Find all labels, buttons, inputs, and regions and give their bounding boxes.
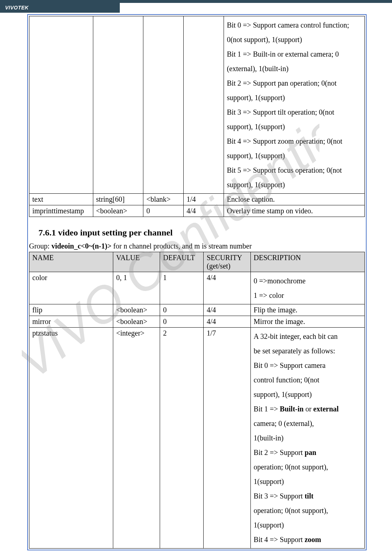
cell-security bbox=[184, 16, 224, 194]
table-row: Bit 0 => Support camera control function… bbox=[29, 16, 365, 194]
cell-description: 0 =>monochrome1 => color bbox=[250, 272, 364, 304]
header-security: SECURITY(get/set) bbox=[204, 252, 250, 272]
cell-name bbox=[29, 16, 93, 194]
cell-value: <integer> bbox=[113, 328, 160, 549]
cell-value: <boolean> bbox=[93, 205, 143, 217]
table-row: mirror <boolean> 0 4/4 Mirror the image. bbox=[29, 316, 365, 328]
cell-security: 4/4 bbox=[204, 304, 250, 316]
cell-name: flip bbox=[29, 304, 113, 316]
cell-value: <boolean> bbox=[113, 304, 160, 316]
cell-default bbox=[143, 16, 184, 194]
table-1: Bit 0 => Support camera control function… bbox=[29, 16, 365, 217]
cell-value: <boolean> bbox=[113, 316, 160, 328]
cell-default: 2 bbox=[160, 328, 204, 549]
group-prefix: Group: bbox=[29, 242, 52, 250]
cell-description: Mirror the image. bbox=[250, 316, 364, 328]
cell-default: 1 bbox=[160, 272, 204, 304]
cell-description: Overlay time stamp on video. bbox=[224, 205, 364, 217]
cell-name: ptzstatus bbox=[29, 328, 113, 549]
table-row: text string[60] <blank> 1/4 Enclose capt… bbox=[29, 194, 365, 205]
cell-default: 0 bbox=[143, 205, 184, 217]
cell-security: 4/4 bbox=[204, 316, 250, 328]
header-description: DESCRIPTION bbox=[250, 252, 364, 272]
cell-security: 4/4 bbox=[204, 272, 250, 304]
cell-description: Bit 0 => Support camera control function… bbox=[224, 16, 364, 194]
cell-default: <blank> bbox=[143, 194, 184, 205]
table-row: imprinttimestamp <boolean> 0 4/4 Overlay… bbox=[29, 205, 365, 217]
header-value: VALUE bbox=[113, 252, 160, 272]
cell-default: 0 bbox=[160, 316, 204, 328]
cell-security: 1/4 bbox=[184, 194, 224, 205]
cell-description: A 32-bit integer, each bit canbe set sep… bbox=[250, 328, 364, 549]
table-row: ptzstatus <integer> 2 1/7 A 32-bit integ… bbox=[29, 328, 365, 549]
group-line: Group: videoin_c<0~(n-1)> for n channel … bbox=[29, 242, 365, 250]
group-suffix: for n channel products, and m is stream … bbox=[111, 242, 252, 250]
table-row: flip <boolean> 0 4/4 Flip the image. bbox=[29, 304, 365, 316]
cell-name: mirror bbox=[29, 316, 113, 328]
brand-header: VIVOTEK bbox=[0, 3, 120, 13]
header-default: DEFAULT bbox=[160, 252, 204, 272]
cell-value: string[60] bbox=[93, 194, 143, 205]
cell-default: 0 bbox=[160, 304, 204, 316]
cell-name: imprinttimestamp bbox=[29, 205, 93, 217]
section-title: 7.6.1 video input setting per channel bbox=[38, 228, 365, 238]
cell-security: 1/7 bbox=[204, 328, 250, 549]
cell-description: Flip the image. bbox=[250, 304, 364, 316]
cell-value: 0, 1 bbox=[113, 272, 160, 304]
table-header-row: NAME VALUE DEFAULT SECURITY(get/set) DES… bbox=[29, 252, 365, 272]
table-2: NAME VALUE DEFAULT SECURITY(get/set) DES… bbox=[29, 252, 365, 549]
table-row: color 0, 1 1 4/4 0 =>monochrome1 => colo… bbox=[29, 272, 365, 304]
group-bold: videoin_c<0~(n-1)> bbox=[52, 242, 111, 250]
cell-name: color bbox=[29, 272, 113, 304]
cell-description: Enclose caption. bbox=[224, 194, 364, 205]
cell-security: 4/4 bbox=[184, 205, 224, 217]
header-name: NAME bbox=[29, 252, 113, 272]
cell-value bbox=[93, 16, 143, 194]
cell-name: text bbox=[29, 194, 93, 205]
page-frame: Bit 0 => Support camera control function… bbox=[27, 14, 367, 550]
